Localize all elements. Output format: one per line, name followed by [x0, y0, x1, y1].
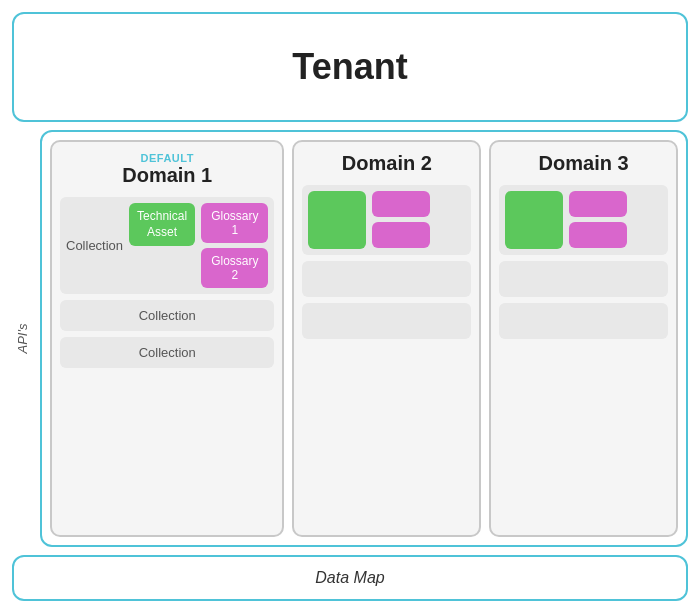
domain1-content: Collection Technical Asset Glossary 1 G: [60, 197, 274, 527]
domain1-collection2-label: Collection: [139, 308, 196, 323]
apis-label: API's: [16, 324, 31, 354]
glossary1-box: Glossary 1: [201, 203, 268, 243]
domain1-collection3-label: Collection: [139, 345, 196, 360]
middle-row: API's DEFAULT Domain 1 Collection Techni…: [12, 130, 688, 547]
domain2-pink-block-1: [372, 191, 430, 217]
domain1-header: DEFAULT Domain 1: [60, 152, 274, 187]
domain3-empty-row2: [499, 303, 668, 339]
domain3-pink-block-1: [569, 191, 627, 217]
glossary1-label: Glossary 1: [211, 209, 258, 237]
domains-outer: DEFAULT Domain 1 Collection Technical As…: [40, 130, 688, 547]
glossary2-label: Glossary 2: [211, 254, 258, 282]
main-container: Tenant API's DEFAULT Domain 1 Collection: [0, 0, 700, 613]
datamap-box: Data Map: [12, 555, 688, 601]
domain2-name: Domain 2: [342, 152, 432, 175]
domain3-content: [499, 185, 668, 527]
domain2-content: [302, 185, 471, 527]
domain2-pink-block-2: [372, 222, 430, 248]
domain2-green-block: [308, 191, 366, 249]
domain1-default-label: DEFAULT: [141, 152, 194, 164]
domain1-collection3: Collection: [60, 337, 274, 368]
domain3-pink-block-2: [569, 222, 627, 248]
domain2-pink-col: [372, 191, 430, 248]
domain2-items-row: [302, 185, 471, 255]
domain2-empty-row2: [302, 303, 471, 339]
domain3-pink-col: [569, 191, 627, 248]
technical-asset-box: Technical Asset: [129, 203, 195, 246]
domain3-items-row: [499, 185, 668, 255]
domain2-header: Domain 2: [302, 152, 471, 175]
domain1-name: Domain 1: [122, 164, 212, 187]
glossary2-box: Glossary 2: [201, 248, 268, 288]
domain-box-1: DEFAULT Domain 1 Collection Technical As…: [50, 140, 284, 537]
domain3-name: Domain 3: [539, 152, 629, 175]
datamap-label: Data Map: [315, 569, 384, 587]
collection-label-1: Collection: [66, 238, 123, 253]
tenant-label: Tenant: [292, 46, 407, 88]
domain-box-2: Domain 2: [292, 140, 481, 537]
apis-label-wrapper: API's: [12, 130, 34, 547]
glossary-items: Glossary 1 Glossary 2: [201, 203, 268, 288]
domain1-collection-row: Collection Technical Asset Glossary 1 G: [60, 197, 274, 294]
domain3-empty-row1: [499, 261, 668, 297]
domain2-empty-row1: [302, 261, 471, 297]
tenant-box: Tenant: [12, 12, 688, 122]
domain3-header: Domain 3: [499, 152, 668, 175]
domain1-collection2: Collection: [60, 300, 274, 331]
domain3-green-block: [505, 191, 563, 249]
domain-box-3: Domain 3: [489, 140, 678, 537]
technical-asset-label: Technical Asset: [137, 209, 187, 239]
